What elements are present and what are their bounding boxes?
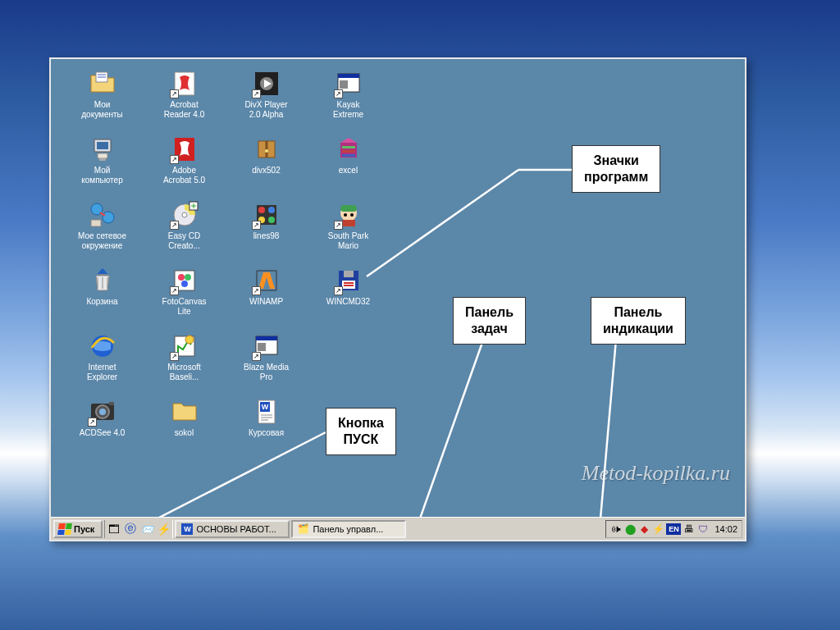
start-button[interactable]: Пуск: [53, 520, 103, 538]
icon-label: Blaze Media Pro: [244, 363, 289, 382]
shortcut-arrow-icon: ↗: [170, 352, 179, 361]
callout-tray: Панель индикации: [591, 297, 686, 345]
lines-icon: ↗: [252, 200, 281, 230]
shortcut-arrow-icon: ↗: [170, 221, 179, 230]
svg-point-32: [344, 213, 347, 217]
icon-label: sokol: [175, 428, 194, 438]
icon-label: DivX Player 2.0 Alpha: [244, 100, 287, 120]
southpark-icon: ↗: [334, 200, 363, 230]
svg-rect-52: [109, 402, 114, 405]
desktop-icon-WINAMP[interactable]: ↗WINAMP: [227, 266, 305, 330]
tray-icon-4[interactable]: ⚡: [652, 523, 664, 535]
svg-point-22: [182, 212, 187, 217]
svg-point-19: [103, 212, 114, 223]
svg-point-33: [350, 213, 354, 217]
desktop-icon-lines98[interactable]: ↗lines98: [227, 200, 305, 264]
taskbar-task-2[interactable]: 🗂️ Панель управл...: [291, 520, 406, 538]
desktop-icon-Kayak[interactable]: ↗Kayak Extreme: [309, 69, 387, 133]
outlook-quick-icon[interactable]: 📨: [140, 523, 153, 536]
desktop-icon-DivX Player[interactable]: ↗DivX Player 2.0 Alpha: [227, 69, 305, 133]
icon-label: WINAMP: [249, 297, 283, 307]
shortcut-arrow-icon: ↗: [334, 221, 343, 230]
shortcut-arrow-icon: ↗: [170, 286, 179, 295]
desktop-icons-grid: Мои документы↗Acrobat Reader 4.0↗DivX Pl…: [63, 69, 387, 461]
desktop-icon-divx502[interactable]: divx502: [227, 135, 305, 199]
svg-point-37: [181, 281, 188, 287]
winamp-quick-icon[interactable]: ⚡: [157, 523, 170, 536]
icon-label: Мои документы: [81, 100, 123, 120]
icon-label: Acrobat Reader 4.0: [164, 100, 204, 120]
desktop-icon-Blaze Media[interactable]: ↗Blaze Media Pro: [227, 331, 305, 395]
svg-point-36: [185, 274, 191, 281]
desktop-icon-Internet[interactable]: Internet Explorer: [63, 331, 141, 395]
shortcut-arrow-icon: ↗: [252, 352, 261, 361]
ie-quick-icon[interactable]: ⓔ: [124, 523, 137, 536]
tray-icon-5[interactable]: 🖶: [683, 523, 695, 535]
desktop-icon-Microsoft[interactable]: ↗Microsoft Baseli...: [145, 331, 223, 395]
shortcut-arrow-icon: ↗: [334, 286, 343, 295]
desktop-icon-Курсовая[interactable]: WКурсовая: [227, 397, 305, 461]
icon-label: excel: [339, 166, 358, 176]
svg-rect-20: [91, 220, 101, 226]
icon-label: ACDSee 4.0: [80, 428, 126, 438]
folder-icon: [170, 397, 199, 427]
taskbar-task-1[interactable]: W ОСНОВЫ РАБОТ...: [175, 520, 290, 538]
task-label: Панель управл...: [313, 524, 383, 534]
desktop-icon-Корзина[interactable]: Корзина: [63, 266, 141, 330]
desktop-icon-excel[interactable]: excel: [309, 135, 387, 199]
desktop-icon-WINCMD32[interactable]: ↗WINCMD32: [309, 266, 387, 330]
desktop-icon-ACDSee 4.0[interactable]: ↗ACDSee 4.0: [63, 397, 141, 461]
desktop-icon-Easy CD[interactable]: ↗Easy CD Creato...: [145, 200, 223, 264]
svg-rect-9: [97, 142, 108, 149]
recycle-icon: [88, 266, 117, 295]
system-tray[interactable]: 🕪 ⬤ ◆ ⚡ EN 🖶 🛡 14:02: [605, 520, 742, 538]
icon-label: Kayak Extreme: [333, 100, 363, 120]
svg-line-56: [367, 170, 518, 276]
svg-line-59: [600, 330, 617, 517]
ie-icon: [88, 331, 117, 361]
svg-rect-31: [342, 220, 355, 226]
desktop-icon-South Park[interactable]: ↗South Park Mario: [309, 200, 387, 264]
icon-label: Корзина: [86, 297, 117, 307]
desktop-icon-Мой[interactable]: Мой компьютер: [63, 135, 141, 199]
desktop-area[interactable]: Мои документы↗Acrobat Reader 4.0↗DivX Pl…: [51, 59, 745, 517]
svg-rect-16: [342, 150, 355, 153]
shortcut-arrow-icon: ↗: [88, 418, 97, 427]
svg-rect-17: [342, 154, 355, 157]
svg-rect-48: [258, 343, 266, 351]
fotocanvas-icon: ↗: [170, 266, 199, 295]
winrar-icon: [334, 135, 363, 164]
desktop-icon-sokol[interactable]: sokol: [145, 397, 223, 461]
shortcut-arrow-icon: ↗: [170, 89, 179, 98]
clock[interactable]: 14:02: [714, 524, 737, 534]
desktop-icon-Adobe[interactable]: ↗Adobe Acrobat 5.0: [145, 135, 223, 199]
watermark-text: Metod-kopilka.ru: [582, 461, 730, 486]
icon-label: Easy CD Creato...: [168, 231, 200, 251]
divx-player-icon: ↗: [252, 69, 281, 98]
desktop-icon-Мое сетевое[interactable]: Мое сетевое окружение: [63, 200, 141, 264]
app-window-icon: ↗: [252, 331, 281, 361]
tray-icon-2[interactable]: ⬤: [624, 523, 636, 535]
acrobat-icon: ↗: [170, 69, 199, 98]
icon-label: Adobe Acrobat 5.0: [163, 166, 205, 185]
tray-icon-1[interactable]: 🕪: [610, 523, 622, 535]
icon-label: Курсовая: [249, 428, 284, 438]
svg-point-26: [268, 207, 275, 213]
floppy-icon: ↗: [334, 266, 363, 295]
callout-programs: Значки программ: [572, 145, 660, 193]
language-indicator[interactable]: EN: [666, 523, 681, 535]
winamp-icon: ↗: [252, 266, 281, 295]
desktop-icon-Мои[interactable]: Мои документы: [63, 69, 141, 133]
acrobat-red-icon: ↗: [170, 135, 199, 164]
svg-point-35: [178, 274, 185, 281]
desktop-icon-Acrobat[interactable]: ↗Acrobat Reader 4.0: [145, 69, 223, 133]
show-desktop-icon[interactable]: 🗔: [107, 523, 121, 536]
svg-point-14: [265, 149, 268, 153]
windows-flag-icon: [57, 523, 72, 535]
tray-icon-3[interactable]: ◆: [638, 523, 650, 535]
shortcut-arrow-icon: ↗: [252, 286, 261, 295]
control-panel-icon: 🗂️: [298, 523, 309, 534]
desktop-icon-FotoCanvas[interactable]: ↗FotoCanvas Lite: [145, 266, 223, 330]
icon-label: Мое сетевое окружение: [78, 231, 126, 251]
tray-icon-6[interactable]: 🛡: [697, 523, 709, 535]
